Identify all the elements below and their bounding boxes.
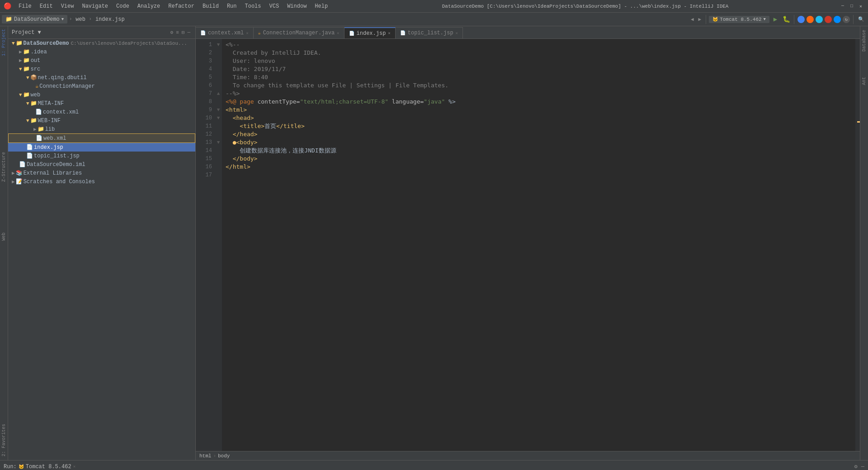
tree-item-context-xml[interactable]: 📄 context.xml [8,108,195,116]
project-panel-expand-icon[interactable]: ≡ [175,29,180,36]
scratches-expand-icon: ▶ [12,179,15,185]
src-label: src [31,66,41,72]
menu-view[interactable]: View [57,2,78,10]
run-config-name: Tomcat 8.5.462 [26,464,71,470]
tree-item-package[interactable]: ▼ 📦 net.qing.dbutil [8,73,195,82]
run-tomcat-icon: 🐱 [19,464,24,470]
project-panel-minimize-icon[interactable]: ─ [186,29,192,36]
run-minimize-icon[interactable]: ─ [861,464,864,470]
tree-item-web-inf[interactable]: ▼ 📁 WEB-INF [8,116,195,125]
tab-context-xml[interactable]: 📄 context.xml ✕ [196,27,254,38]
web-side-tab[interactable]: Web [0,230,7,243]
out-folder-icon: 📁 [23,57,30,64]
run-config-chevron-icon: ▼ [764,17,766,22]
index-jsp-icon: 📄 [26,144,33,151]
tree-item-out[interactable]: ▶ 📁 out [8,56,195,65]
menu-code[interactable]: Code [113,2,133,10]
run-config-dropdown[interactable]: 🐱 Tomcat 8.5.462 ▼ [709,16,769,23]
tree-item-root[interactable]: ▼ 📁 DataSourceDemo C:\Users\lenovo\IdeaP… [8,39,195,47]
breadcrumb-html[interactable]: html [199,453,211,459]
project-panel: Project ▼ ⚙ ≡ ⊟ ─ ▼ 📁 DataSourceDemo C:\… [8,26,196,460]
refresh-browser-icon[interactable]: ↻ [843,16,850,23]
code-line-3: User: lenovo [226,57,852,65]
code-content[interactable]: <%-- Created by IntelliJ IDEA. User: len… [222,39,855,451]
favorites-side-tab[interactable]: 2: Favorites [1,424,6,460]
menu-build[interactable]: Build [199,2,222,10]
structure-side-tab[interactable]: Z-Structure [0,149,7,185]
connectionmanager-tab-close-icon[interactable]: ✕ [337,31,339,36]
menu-run[interactable]: Run [223,2,241,10]
idea-expand-icon: ▶ [19,49,22,55]
index-jsp-label: index.jsp [34,144,63,151]
project-panel-settings-icon[interactable]: ⚙ [169,29,175,36]
code-line-13: ●<body> [226,138,852,147]
tree-item-src[interactable]: ▼ 📁 src [8,65,195,73]
menu-navigate[interactable]: Navigate [78,2,112,10]
ie-icon[interactable] [816,16,823,23]
web-folder-icon: 📁 [23,91,30,98]
menu-vcs[interactable]: VCS [266,2,283,10]
minimize-button[interactable]: ─ [839,3,846,10]
nav-forward-icon[interactable]: ▶ [697,15,703,23]
project-side-tab[interactable]: 1: Project [0,26,7,59]
safari-icon[interactable] [834,16,841,23]
menu-window[interactable]: Window [283,2,310,10]
tree-item-external-libs[interactable]: ▶ 📚 External Libraries [8,169,195,177]
tree-item-index-jsp[interactable]: 📄 index.jsp [8,143,195,152]
code-line-12: </head> [226,130,852,138]
menu-help[interactable]: Help [311,2,331,10]
search-everywhere-icon[interactable]: 🔍 [856,15,866,23]
tab-index-jsp[interactable]: 📄 index.jsp ✕ [344,27,396,38]
tab-topic-list[interactable]: 📄 topic_list.jsp ✕ [396,27,463,38]
run-text: Run: [4,464,17,470]
tree-item-web-xml[interactable]: 📄 web.xml [8,133,195,143]
connectionmanager-tab-label: ConnectionManager.java [263,30,335,36]
index-jsp-tab-close-icon[interactable]: ✕ [388,31,390,36]
database-side-tab[interactable]: Database [861,26,868,55]
maximize-button[interactable]: □ [848,3,855,10]
chrome-icon[interactable] [797,16,805,23]
tomcat-icon: 🐱 [712,17,718,22]
menu-refactor[interactable]: Refactor [165,2,198,10]
run-close-icon[interactable]: ✕ [73,464,75,469]
menu-edit[interactable]: Edit [36,2,57,10]
fold-7[interactable]: ▲ [215,90,222,98]
edge-icon[interactable] [825,16,832,23]
menu-analyze[interactable]: Analyze [134,2,164,10]
nav-back-icon[interactable]: ◀ [689,15,696,23]
fold-9[interactable]: ▼ [215,106,222,114]
run-panel-header: Run: 🐱 Tomcat 8.5.462 ✕ ⚙ ─ [0,461,868,470]
topic-list-tab-close-icon[interactable]: ✕ [456,31,458,36]
project-panel-collapse-icon[interactable]: ⊟ [180,29,186,36]
tab-connectionmanager[interactable]: ☕ ConnectionManager.java ✕ [254,27,344,38]
tree-item-scratches[interactable]: ▶ 📝 Scratches and Consoles [8,177,195,186]
ant-side-tab[interactable]: Ant [861,73,868,89]
project-dropdown[interactable]: 📁 DataSourceDemo ▼ [2,15,67,24]
tree-item-meta-inf[interactable]: ▼ 📁 META-INF [8,99,195,108]
tree-item-topic-list[interactable]: 📄 topic_list.jsp [8,152,195,160]
breadcrumb-body[interactable]: body [218,453,230,459]
firefox-icon[interactable] [807,16,814,23]
debug-button[interactable]: 🐛 [781,14,791,24]
fold-13[interactable]: ▼ [215,138,222,147]
web-xml-icon: 📄 [36,135,42,142]
menu-bar: File Edit View Navigate Code Analyze Ref… [15,2,331,10]
topic-list-label: topic_list.jsp [34,153,80,159]
metainf-expand-icon: ▼ [26,101,29,106]
tree-item-idea[interactable]: ▶ 📁 .idea [8,47,195,56]
tree-item-datasourcedemo-iml[interactable]: 📄 DataSourceDemo.iml [8,160,195,169]
menu-tools[interactable]: Tools [241,2,265,10]
editor-area: 📄 context.xml ✕ ☕ ConnectionManager.java… [196,26,860,460]
run-button[interactable]: ▶ [770,14,780,24]
menu-file[interactable]: File [15,2,35,10]
run-settings-icon[interactable]: ⚙ [854,463,858,470]
tree-item-lib[interactable]: ▶ 📁 lib [8,125,195,133]
tree-item-connectionmanager[interactable]: ☕ ConnectionManager [8,82,195,90]
close-button[interactable]: ✕ [857,3,864,10]
context-xml-tab-close-icon[interactable]: ✕ [246,31,248,36]
app-icon: 🔴 [4,2,11,10]
tree-item-web[interactable]: ▼ 📁 web [8,90,195,99]
fold-1[interactable]: ▼ [215,41,222,49]
fold-10[interactable]: ▼ [215,114,222,122]
index-jsp-tab-icon: 📄 [349,31,354,36]
